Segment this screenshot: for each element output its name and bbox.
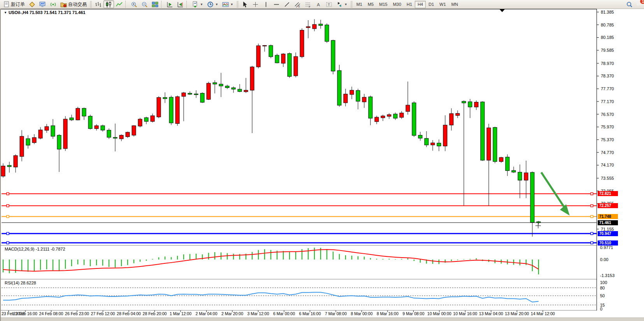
signal-button[interactable] bbox=[48, 0, 58, 8]
bar-chart-button[interactable] bbox=[93, 0, 104, 8]
candle-up bbox=[256, 46, 260, 67]
periods-button[interactable]: ▼ bbox=[205, 0, 220, 8]
status-strip bbox=[1, 317, 644, 321]
timeframe-button-w1[interactable]: W1 bbox=[437, 1, 449, 8]
auto-trading-button[interactable]: 自动交易 bbox=[58, 0, 89, 8]
candle-down bbox=[369, 97, 372, 118]
price-chart-canvas[interactable]: 81.38580.78580.18579.58578.97078.37077.7… bbox=[1, 9, 644, 321]
candle-down bbox=[7, 165, 11, 167]
timeframe-button-m5[interactable]: M5 bbox=[365, 1, 376, 8]
timeframe-button-m1[interactable]: M1 bbox=[354, 1, 365, 8]
gold-button[interactable] bbox=[27, 0, 37, 8]
candle-down bbox=[288, 54, 291, 77]
price-axis-label: 81.385 bbox=[601, 10, 614, 14]
price-badge-72.257: 72.257 bbox=[598, 203, 618, 208]
vertical-line-button[interactable] bbox=[261, 0, 271, 8]
rsi-axis-label: 50 bbox=[600, 293, 605, 298]
arrows-button[interactable]: ▼ bbox=[334, 0, 349, 8]
candle-up bbox=[449, 114, 453, 125]
timeframe-button-h1[interactable]: H1 bbox=[404, 1, 415, 8]
hline-handle[interactable] bbox=[7, 232, 9, 235]
hline-handle[interactable] bbox=[591, 216, 593, 218]
candle-up bbox=[119, 135, 123, 139]
timeframe-button-d1[interactable]: D1 bbox=[426, 1, 437, 8]
text-label-button[interactable]: T bbox=[324, 0, 334, 8]
chart-shift-marker[interactable] bbox=[500, 9, 505, 12]
candle-up bbox=[182, 93, 186, 96]
candle-up bbox=[32, 138, 36, 143]
search-icon[interactable] bbox=[626, 1, 633, 8]
zoom-out-button[interactable] bbox=[139, 0, 150, 8]
chat-button[interactable]: 1 bbox=[636, 0, 642, 8]
crosshair-button[interactable] bbox=[250, 0, 261, 8]
hline-handle[interactable] bbox=[591, 205, 593, 207]
auto-scroll-button[interactable] bbox=[165, 0, 175, 8]
rsi-label: RSI(14) 28.6228 bbox=[5, 281, 36, 285]
text-button[interactable]: A bbox=[313, 0, 324, 8]
hline-handle[interactable] bbox=[7, 193, 9, 195]
candle-up bbox=[381, 116, 385, 118]
toolbar-drag-handle[interactable] bbox=[351, 1, 353, 7]
macd-signal-line bbox=[3, 249, 539, 271]
gold-ingot-icon bbox=[29, 1, 35, 8]
candle-down bbox=[319, 24, 323, 26]
hline-handle[interactable] bbox=[7, 216, 9, 218]
templates-button[interactable]: ▼ bbox=[220, 0, 235, 8]
toolbar-drag-handle[interactable] bbox=[90, 1, 92, 7]
trendline-button[interactable] bbox=[282, 0, 292, 8]
trend-arrow-line[interactable] bbox=[541, 172, 565, 208]
market-watch-button[interactable] bbox=[37, 0, 48, 8]
svg-text:A: A bbox=[317, 2, 320, 7]
price-badge-70.947: 70.947 bbox=[598, 231, 618, 236]
hline-handle[interactable] bbox=[591, 193, 593, 195]
cursor-button[interactable] bbox=[240, 0, 250, 8]
candle-down bbox=[418, 135, 422, 139]
chart-menu-triangle-icon[interactable]: ▼ bbox=[4, 11, 7, 14]
timeframe-button-m15[interactable]: M15 bbox=[376, 1, 390, 8]
indicators-button[interactable]: ▼ bbox=[190, 0, 205, 8]
equidistant-channel-button[interactable]: E bbox=[292, 0, 303, 8]
candle-down bbox=[232, 88, 235, 89]
candle-up bbox=[76, 108, 80, 120]
candlestick-chart-button[interactable] bbox=[104, 0, 114, 8]
price-axis-label: 79.585 bbox=[601, 48, 614, 53]
notification-badge: 1 bbox=[640, 0, 644, 4]
candle-down bbox=[412, 103, 416, 135]
horizontal-line-button[interactable] bbox=[271, 0, 282, 8]
candle-down bbox=[356, 90, 360, 101]
line-chart-button[interactable] bbox=[114, 0, 125, 8]
mt4-window: 新订单 自动交易 bbox=[0, 0, 644, 321]
new-order-button[interactable]: 新订单 bbox=[1, 0, 27, 8]
toolbar-drag-handle[interactable] bbox=[237, 1, 239, 7]
candle-down bbox=[188, 93, 192, 95]
timeframe-button-m30[interactable]: M30 bbox=[390, 1, 404, 8]
candle-down bbox=[275, 55, 279, 63]
fibonacci-button[interactable]: F bbox=[303, 0, 313, 8]
candle-up bbox=[263, 46, 267, 46]
chart-shift-button[interactable] bbox=[175, 0, 186, 8]
hline-handle[interactable] bbox=[7, 205, 9, 207]
hline-handle[interactable] bbox=[7, 242, 9, 244]
svg-text:E: E bbox=[298, 5, 300, 7]
candle-up bbox=[387, 115, 391, 116]
hline-handle[interactable] bbox=[591, 242, 593, 244]
zoom-in-button[interactable] bbox=[129, 0, 139, 8]
candle-down bbox=[82, 108, 86, 116]
candle-up bbox=[207, 83, 211, 99]
hline-handle[interactable] bbox=[591, 232, 593, 235]
candle-down bbox=[225, 86, 229, 88]
arrows-shapes-icon bbox=[336, 1, 343, 8]
candle-down bbox=[518, 172, 522, 180]
candle-up bbox=[400, 113, 404, 117]
tile-windows-button[interactable] bbox=[150, 0, 160, 8]
timeframe-button-mn[interactable]: MN bbox=[449, 1, 461, 8]
candle-up bbox=[499, 158, 503, 161]
price-axis-label: 74.770 bbox=[601, 150, 614, 155]
price-badge-72.821: 72.821 bbox=[598, 191, 618, 196]
candle-down bbox=[425, 139, 428, 145]
candle-down bbox=[530, 172, 534, 223]
timeframe-button-h4[interactable]: H4 bbox=[415, 1, 426, 8]
new-order-label: 新订单 bbox=[11, 1, 25, 8]
candle-up bbox=[95, 126, 98, 129]
candle-down bbox=[107, 130, 111, 137]
